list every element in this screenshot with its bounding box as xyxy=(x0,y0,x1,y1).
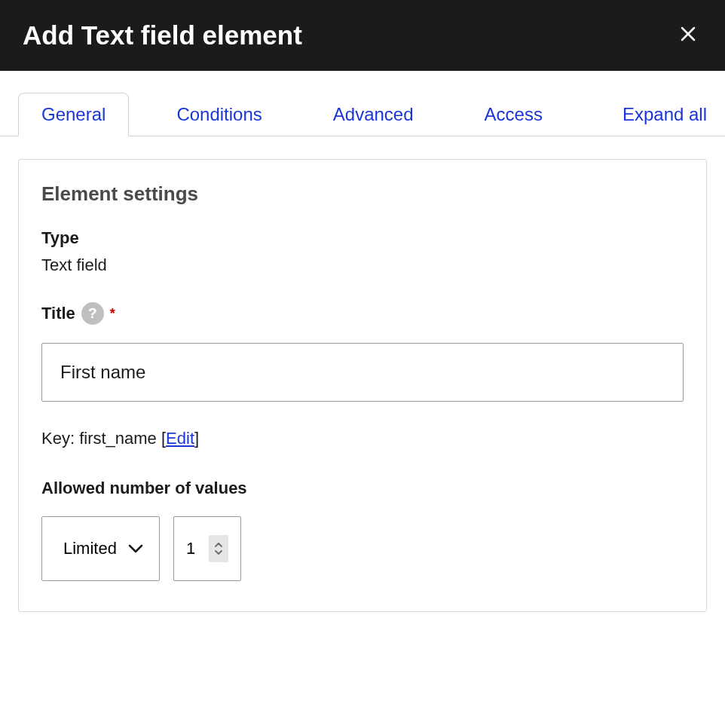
dialog-title: Add Text field element xyxy=(23,20,302,50)
close-icon xyxy=(680,26,696,42)
stepper-up-icon xyxy=(214,542,223,548)
tab-access[interactable]: Access xyxy=(461,93,566,136)
allowed-values-number-value: 1 xyxy=(186,539,195,558)
type-value: Text field xyxy=(41,255,684,275)
required-mark: * xyxy=(110,306,115,322)
title-label: Title xyxy=(41,304,75,323)
panel-title: Element settings xyxy=(41,182,684,206)
help-icon[interactable]: ? xyxy=(81,302,104,325)
dialog-header: Add Text field element xyxy=(0,0,725,71)
key-edit-link[interactable]: Edit xyxy=(166,429,194,448)
key-prefix: Key: xyxy=(41,429,79,448)
allowed-values-select-value: Limited xyxy=(63,539,117,558)
key-value: first_name xyxy=(79,429,157,448)
title-label-row: Title ? * xyxy=(41,302,684,325)
type-label: Type xyxy=(41,228,684,248)
number-stepper[interactable] xyxy=(209,535,228,562)
allowed-values-row: Limited 1 xyxy=(41,516,684,581)
allowed-values-number[interactable]: 1 xyxy=(173,516,241,581)
chevron-down-icon xyxy=(127,539,144,558)
tabs-row: General Conditions Advanced Access Expan… xyxy=(0,92,725,136)
key-bracket-close: ] xyxy=(194,429,199,448)
allowed-values-label: Allowed number of values xyxy=(41,479,684,498)
allowed-values-select[interactable]: Limited xyxy=(41,516,160,581)
close-button[interactable] xyxy=(674,20,702,51)
tab-general[interactable]: General xyxy=(18,93,129,136)
expand-all-link[interactable]: Expand all xyxy=(623,93,707,136)
tab-advanced[interactable]: Advanced xyxy=(310,93,437,136)
key-bracket-open: [ xyxy=(157,429,166,448)
tab-conditions[interactable]: Conditions xyxy=(153,93,285,136)
title-input[interactable] xyxy=(41,343,684,402)
stepper-down-icon xyxy=(214,549,223,555)
element-settings-panel: Element settings Type Text field Title ?… xyxy=(18,159,707,612)
key-row: Key: first_name [Edit] xyxy=(41,429,684,448)
